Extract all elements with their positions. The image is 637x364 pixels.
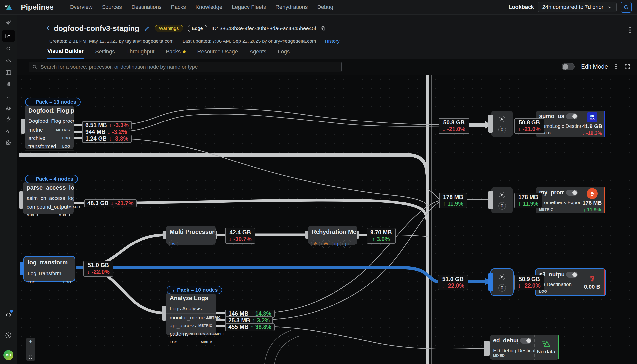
pipeline-canvas[interactable]: Pack – 13 nodes Dogfood: Flog process...…	[17, 74, 637, 364]
input-port[interactable]	[484, 341, 490, 356]
destination-type: ED Debug Destination	[493, 346, 534, 354]
destination-value: 41.9 GB	[582, 123, 602, 130]
edit-mode-toggle[interactable]	[562, 63, 574, 70]
sidebar-item-knowledge[interactable]	[2, 43, 15, 55]
chip-icon	[498, 272, 507, 282]
fit-view-button[interactable]	[26, 353, 35, 361]
tab-visual-builder[interactable]: Visual Builder	[47, 48, 84, 59]
zoom-in-button[interactable]: +	[26, 338, 35, 345]
help-icon	[5, 332, 12, 339]
input-port[interactable]	[19, 191, 23, 209]
pack-badge-analyze[interactable]: Pack – 10 nodes	[167, 286, 222, 294]
nav-legacy-fleets[interactable]: Legacy Fleets	[232, 4, 266, 10]
node-search[interactable]	[29, 62, 342, 72]
search-input[interactable]	[40, 64, 338, 70]
stream-lines-icon	[5, 92, 12, 100]
edgedelta-logo[interactable]	[0, 4, 17, 11]
graph-nodes-icon	[5, 104, 12, 111]
node-analyze-logs[interactable]: Analyze Logs Logs Analysis monitor_metri…	[166, 292, 216, 335]
canvas-options-kebab[interactable]	[614, 62, 617, 70]
sidebar-item-code-toggle[interactable]	[2, 309, 15, 320]
tab-throughput[interactable]: Throughput	[126, 48, 154, 59]
destination-node-ed-debug[interactable]: ed_debug_output ED Debug Destination MIX…	[490, 335, 559, 360]
lookback-value: 24h compared to 7d prior	[542, 4, 603, 10]
lookback-select[interactable]: 24h compared to 7d prior	[538, 2, 616, 12]
node-parse-access-logs[interactable]: parse_access_logs asim_cn_access_logs co…	[23, 182, 74, 214]
nav-rehydrations[interactable]: Rehydrations	[276, 4, 308, 10]
pack-badge-dogfood[interactable]: Pack – 13 nodes	[25, 98, 81, 106]
nav-destinations[interactable]: Destinations	[131, 4, 161, 10]
gateway-input-stub	[488, 115, 493, 133]
package-icon	[321, 240, 330, 248]
refresh-button[interactable]	[620, 2, 631, 13]
sidebar-item-traces[interactable]	[2, 102, 15, 113]
pack-icon	[170, 288, 175, 292]
input-port[interactable]	[162, 306, 166, 320]
destination-delta: ↑ 11.9%	[583, 207, 601, 213]
sidebar-item-settings[interactable]	[2, 137, 15, 148]
tab-settings[interactable]: Settings	[95, 48, 115, 59]
processor-icon-row	[166, 238, 216, 250]
destination-node-s3[interactable]: s3_output_555b S3 Destination LOG 0.00 B	[536, 269, 605, 296]
sidebar-item-ai-sparkle[interactable]	[2, 17, 15, 29]
destination-node-sumo-us[interactable]: sumo_us SumoLogic Destination MIXED sumo…	[536, 111, 605, 137]
pipeline-options-kebab[interactable]	[628, 26, 631, 34]
nav-debug[interactable]: Debug	[317, 4, 333, 10]
nav-packs[interactable]: Packs	[171, 4, 186, 10]
sidebar-item-anomalies[interactable]	[2, 125, 15, 137]
throughput-pill-s3-in: 51.0 GB↓ -22.0%	[438, 274, 468, 290]
pipelines-icon	[5, 32, 12, 40]
tab-resource-usage[interactable]: Resource Usage	[197, 48, 238, 59]
sidebar-item-help[interactable]	[2, 330, 15, 341]
node-dogfood-pack[interactable]: Dogfood: Flog process... Dogfood: Flog p…	[25, 105, 74, 149]
destination-node-prometheus[interactable]: my_prometheus_e... Prometheus Exporter D…	[536, 187, 605, 214]
zoom-out-button[interactable]: −	[26, 345, 35, 353]
node-multi-processor[interactable]: Multi Processor 1	[166, 226, 216, 245]
node-subtitle: Log Transform	[24, 268, 75, 278]
sidebar-item-pipelines[interactable]	[2, 30, 15, 42]
node-log-transform[interactable]: log_transform Log Transform LOGLOG	[24, 257, 75, 281]
sidebar-item-notebook[interactable]	[2, 66, 15, 78]
node-output-row: transformedLOG	[25, 142, 74, 150]
destination-toggle[interactable]	[566, 272, 577, 278]
pack-badge-parse[interactable]: Pack – 4 nodes	[25, 175, 78, 183]
tab-packs[interactable]: Packs	[166, 48, 186, 59]
node-rehydration-metrics[interactable]: Rehydration Metrics 4 ( ) ( )	[308, 226, 357, 245]
sidebar-item-logs-stream[interactable]	[2, 90, 15, 102]
edit-pencil-icon[interactable]	[144, 25, 150, 32]
nav-knowledge[interactable]: Knowledge	[195, 4, 223, 10]
nav-overview[interactable]: Overview	[70, 4, 93, 10]
pack-icon	[28, 176, 33, 182]
gateway-node-sumo[interactable]: 0	[491, 111, 513, 137]
gateway-count: 0	[498, 284, 506, 292]
tab-agents[interactable]: Agents	[249, 48, 267, 59]
pipelines-app: { "topnav": { "title": "Pipelines", "ite…	[0, 0, 637, 364]
nav-sources[interactable]: Sources	[102, 4, 122, 10]
user-avatar[interactable]: ou	[4, 350, 14, 360]
app-title: Pipelines	[21, 3, 54, 12]
notebook-icon	[5, 69, 12, 76]
gateway-node-prometheus[interactable]: 0	[491, 187, 513, 213]
sidebar-item-automations[interactable]	[2, 113, 15, 125]
gateway-node-s3[interactable]: 0	[491, 269, 513, 295]
pipeline-id: ID: 38643b3e-4fec-40b0-8da6-ac4345bee45f	[211, 25, 316, 31]
destination-toggle[interactable]	[566, 113, 577, 119]
sparkle-icon	[5, 20, 12, 26]
canvas-toolbar-right: Edit Mode	[562, 62, 630, 70]
input-port[interactable]	[20, 262, 24, 275]
tab-logs[interactable]: Logs	[278, 48, 290, 59]
throughput-pill-multi: 42.4 GB↓ -30.7%	[225, 228, 255, 244]
back-button[interactable]: ‹	[46, 24, 50, 31]
history-link[interactable]: History	[325, 38, 340, 44]
copy-icon[interactable]	[320, 26, 326, 31]
destination-toggle[interactable]	[566, 190, 577, 196]
sidebar-item-dashboards[interactable]	[2, 55, 15, 66]
throughput-pill-rehydration: 9.70 MB↑ 3.0%	[366, 228, 396, 244]
input-port[interactable]	[21, 119, 25, 134]
destination-toggle[interactable]	[520, 338, 531, 344]
node-title: Multi Processor 1	[166, 226, 216, 238]
edit-mode-label: Edit Mode	[581, 63, 608, 70]
fullscreen-icon[interactable]	[624, 63, 630, 70]
pipeline-meta-row: Created: 2:31 PM, May 12, 2023 by taylan…	[49, 38, 340, 44]
sidebar-item-metrics[interactable]	[2, 78, 15, 90]
